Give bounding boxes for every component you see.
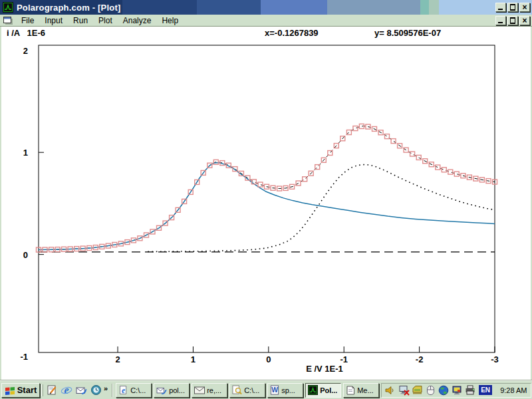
taskbar-button-polarograph[interactable]: Pol... (305, 383, 341, 398)
y-axis: 210-1 (20, 46, 44, 362)
series-component-1 (39, 163, 495, 250)
device-utility-icon[interactable] (411, 385, 423, 396)
taskbar-button-label: re,... (207, 386, 221, 394)
plot-canvas[interactable]: 210-1-2-3E /V 1E-1210-1 (0, 27, 532, 380)
display-settings-icon[interactable] (451, 385, 463, 396)
word-document-icon: W (270, 385, 279, 395)
outlook-express-icon[interactable] (74, 384, 88, 397)
taskbar: Start e » (0, 380, 532, 399)
taskbar-button-label: Pol... (320, 386, 337, 394)
menu-run[interactable]: Run (68, 15, 93, 27)
volume-icon[interactable] (384, 385, 396, 396)
quicklaunch-grip[interactable] (41, 384, 43, 396)
search-icon (232, 385, 242, 395)
taskbar-button-label: C:\... (130, 386, 146, 394)
mdi-restore-button[interactable] (507, 16, 518, 25)
taskbar-button-me-notepad[interactable]: Me... (343, 383, 379, 398)
notepad-icon (346, 386, 355, 395)
start-button[interactable]: Start (1, 383, 40, 398)
svg-text:e: e (122, 386, 125, 395)
x-axis-title: E /V 1E-1 (306, 364, 343, 374)
taskbar-divider (112, 384, 113, 397)
plot-frame (39, 45, 495, 352)
svg-text:1: 1 (191, 354, 196, 364)
language-indicator[interactable]: EN (479, 385, 492, 395)
mouse-icon[interactable] (424, 385, 436, 396)
taskbar-clock[interactable]: 9:28 AM (500, 386, 527, 394)
taskbar-button-re-message[interactable]: re,... (192, 383, 227, 398)
system-tray: EN 9:28 AM (381, 383, 531, 398)
restore-button[interactable] (507, 3, 518, 12)
taskbar-button-label: pol... (169, 386, 185, 394)
svg-text:-1: -1 (340, 354, 348, 364)
close-button[interactable]: × (519, 3, 530, 12)
series-measured-markers (37, 124, 497, 252)
svg-text:e: e (64, 384, 68, 396)
show-desktop-icon[interactable] (45, 384, 59, 397)
svg-text:-1: -1 (20, 352, 28, 362)
app-icon (3, 2, 13, 13)
taskbar-button-pol-mail[interactable]: pol... (154, 383, 190, 398)
internet-explorer-icon: e (118, 385, 128, 395)
menu-file[interactable]: File (16, 15, 39, 27)
menu-input[interactable]: Input (39, 15, 68, 27)
window-title: Polarograph.com - [Plot] (17, 3, 120, 13)
svg-text:0: 0 (23, 250, 28, 260)
taskbar-button-label: C:\... (244, 386, 259, 394)
svg-text:-2: -2 (416, 354, 424, 364)
menu-help[interactable]: Help (156, 15, 184, 27)
minimize-button[interactable] (495, 3, 506, 12)
network-error-icon[interactable] (398, 385, 410, 396)
mdi-minimize-button[interactable] (495, 16, 506, 25)
windows-flag-icon (5, 386, 15, 395)
plot-client-area: i /A 1E-6 x=-0.1267839 y= 8.509576E-07 2… (0, 27, 532, 380)
start-button-label: Start (17, 385, 37, 395)
svg-text:2: 2 (23, 46, 28, 56)
svg-text:1: 1 (23, 148, 28, 158)
quicklaunch-overflow-chevron[interactable]: » (104, 384, 108, 392)
mdi-close-button[interactable]: × (519, 16, 530, 25)
series-measured-data (39, 126, 495, 249)
menubar: File Input Run Plot Analyze Help × (0, 15, 532, 27)
svg-text:W: W (271, 386, 278, 394)
globe-icon[interactable] (438, 385, 450, 396)
menu-analyze[interactable]: Analyze (118, 15, 157, 27)
svg-text:0: 0 (266, 354, 271, 364)
svg-text:2: 2 (115, 354, 120, 364)
titlebar: Polarograph.com - [Plot] × (0, 0, 532, 15)
x-axis: 210-1-2-3E /V 1E-1 (115, 346, 498, 374)
media-player-icon[interactable] (88, 384, 103, 397)
taskbar-button-label: sp... (281, 386, 295, 394)
mail-send-icon (156, 386, 167, 395)
printer-icon[interactable] (464, 385, 476, 396)
internet-explorer-icon[interactable]: e (59, 384, 74, 397)
taskbar-button-ie-window[interactable]: e C:\... (116, 383, 152, 398)
polarograph-app-icon (308, 385, 318, 395)
taskbar-button-label: Me... (357, 386, 373, 394)
mdi-child-icon[interactable] (3, 16, 13, 25)
svg-text:-3: -3 (491, 354, 499, 364)
taskbar-button-search-window[interactable]: C:\... (229, 383, 265, 398)
menu-plot[interactable]: Plot (93, 15, 118, 27)
envelope-icon (194, 386, 205, 394)
taskbar-button-word-doc[interactable]: W sp... (267, 383, 303, 398)
